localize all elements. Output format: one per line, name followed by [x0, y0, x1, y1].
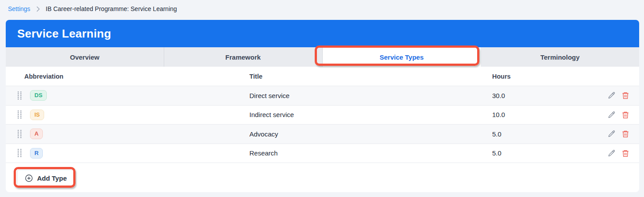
drag-handle-icon[interactable]	[18, 110, 24, 119]
abbreviation-badge: R	[30, 148, 43, 159]
table-header-row: Abbreviation Title Hours	[6, 67, 639, 86]
row-hours: 10.0	[492, 111, 599, 118]
breadcrumb: Settings IB Career-related Programme: Se…	[0, 0, 644, 17]
table-row: IS Indirect service 10.0	[6, 106, 639, 125]
tab-service-types[interactable]: Service Types	[323, 47, 481, 67]
page-title: Service Learning	[17, 27, 111, 41]
drag-handle-icon[interactable]	[18, 91, 24, 100]
row-title: Direct service	[249, 92, 492, 99]
tab-framework[interactable]: Framework	[164, 47, 323, 67]
column-header-abbreviation: Abbreviation	[18, 73, 249, 80]
table-footer: Add Type	[6, 163, 639, 192]
tab-overview-label: Overview	[70, 53, 100, 61]
tab-framework-label: Framework	[226, 53, 261, 61]
abbreviation-badge: IS	[30, 110, 44, 120]
edit-icon[interactable]	[608, 130, 616, 138]
breadcrumb-settings-link[interactable]: Settings	[8, 5, 30, 12]
column-header-hours: Hours	[492, 73, 599, 80]
abbreviation-badge: DS	[30, 90, 47, 101]
drag-handle-icon[interactable]	[18, 149, 24, 157]
row-hours: 30.0	[492, 92, 599, 99]
table-row: DS Direct service 30.0	[6, 86, 639, 106]
edit-icon[interactable]	[608, 91, 616, 99]
service-learning-card: Service Learning Overview Framework Serv…	[6, 20, 639, 192]
column-header-title: Title	[249, 73, 492, 80]
delete-icon[interactable]	[621, 91, 629, 99]
row-title: Advocacy	[249, 130, 492, 138]
row-title: Indirect service	[249, 111, 492, 118]
tab-bar: Overview Framework Service Types Termino…	[6, 47, 639, 67]
tab-terminology-label: Terminology	[540, 53, 580, 61]
add-type-button[interactable]: Add Type	[17, 170, 75, 186]
table-row: R Research 5.0	[6, 144, 639, 163]
tab-service-types-label: Service Types	[380, 53, 424, 61]
row-hours: 5.0	[492, 130, 599, 138]
edit-icon[interactable]	[608, 149, 616, 157]
delete-icon[interactable]	[621, 130, 629, 138]
breadcrumb-current-page: IB Career-related Programme: Service Lea…	[46, 5, 177, 12]
row-hours: 5.0	[492, 149, 599, 157]
table-row: A Advocacy 5.0	[6, 125, 639, 144]
chevron-right-icon	[36, 6, 40, 12]
delete-icon[interactable]	[621, 149, 629, 157]
edit-icon[interactable]	[608, 111, 616, 119]
add-type-label: Add Type	[37, 174, 67, 182]
tab-terminology[interactable]: Terminology	[481, 47, 639, 67]
plus-circle-icon	[25, 174, 33, 182]
abbreviation-badge: A	[30, 129, 43, 139]
delete-icon[interactable]	[621, 111, 629, 119]
page-header: Service Learning	[6, 20, 639, 47]
drag-handle-icon[interactable]	[18, 130, 24, 138]
tab-overview[interactable]: Overview	[6, 47, 164, 67]
row-title: Research	[249, 149, 492, 157]
